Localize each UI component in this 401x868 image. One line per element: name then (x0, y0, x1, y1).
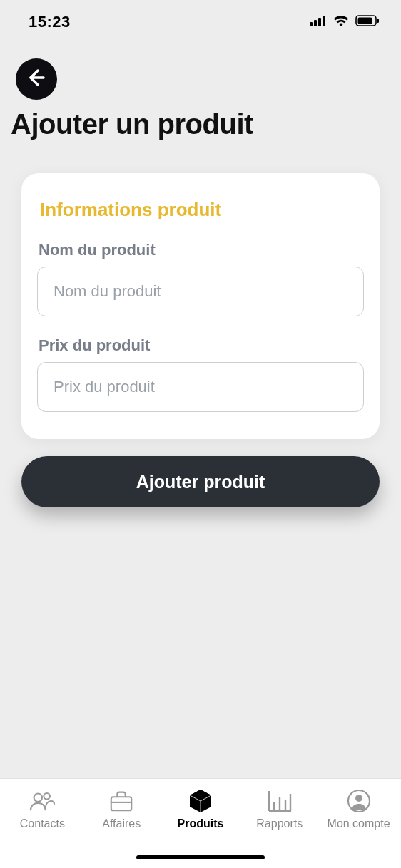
box-icon (187, 789, 214, 813)
tab-contacts[interactable]: Contacts (3, 789, 81, 830)
briefcase-icon (108, 789, 135, 813)
tab-label: Rapports (256, 817, 303, 830)
svg-point-9 (44, 793, 51, 800)
svg-rect-0 (310, 22, 313, 26)
cellular-icon (310, 15, 327, 29)
svg-rect-10 (111, 797, 132, 810)
status-time: 15:23 (29, 13, 71, 31)
svg-point-8 (34, 794, 42, 802)
svg-point-19 (355, 795, 362, 802)
tab-label: Contacts (20, 817, 65, 830)
tab-produits[interactable]: Produits (161, 789, 240, 830)
tab-label: Produits (178, 817, 224, 830)
svg-rect-5 (358, 18, 372, 24)
product-name-input[interactable] (37, 267, 364, 316)
status-icons (310, 14, 380, 30)
tab-label: Mon compte (328, 817, 390, 830)
arrow-left-icon (26, 67, 47, 91)
wifi-icon (333, 14, 350, 30)
bars-icon (266, 789, 293, 813)
status-bar: 15:23 (0, 0, 401, 40)
home-indicator (136, 855, 265, 859)
product-name-label: Nom du produit (39, 241, 364, 259)
back-button[interactable] (16, 58, 57, 100)
account-icon (345, 789, 372, 813)
page-title: Ajouter un produit (0, 108, 401, 140)
tab-rapports[interactable]: Rapports (240, 789, 319, 830)
product-form-card: Informations produit Nom du produit Prix… (21, 173, 380, 439)
svg-rect-3 (323, 16, 325, 26)
battery-icon (355, 15, 380, 29)
tab-affaires[interactable]: Affaires (82, 789, 161, 830)
product-price-input[interactable] (37, 362, 364, 412)
add-product-button[interactable]: Ajouter produit (21, 456, 380, 507)
svg-rect-2 (318, 18, 321, 26)
people-icon (29, 789, 56, 813)
svg-rect-6 (377, 19, 379, 23)
product-price-label: Prix du produit (39, 336, 364, 355)
tab-label: Affaires (102, 817, 141, 830)
tab-account[interactable]: Mon compte (320, 789, 398, 830)
section-heading: Informations produit (40, 199, 364, 221)
svg-rect-1 (314, 20, 317, 26)
